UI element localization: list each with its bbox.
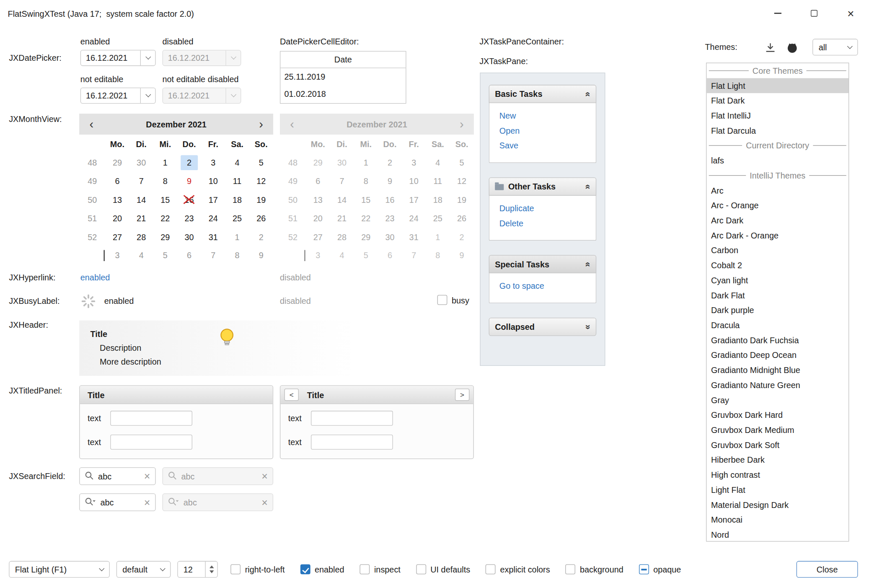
github-icon[interactable]	[786, 41, 799, 54]
day-cell[interactable]: 12	[249, 172, 273, 190]
day-cell[interactable]: 27	[105, 228, 129, 246]
task-link[interactable]: Delete	[489, 216, 596, 231]
theme-list-item[interactable]: Nord	[706, 527, 848, 541]
task-link[interactable]: New	[489, 108, 596, 123]
day-cell[interactable]: 28	[129, 228, 153, 246]
theme-list-item[interactable]: Monocai	[706, 512, 848, 527]
table-row[interactable]: 01.02.2018	[280, 85, 406, 103]
theme-list-item[interactable]: High contrast	[706, 467, 848, 482]
theme-list-item[interactable]: lafs	[706, 153, 848, 168]
theme-list-item[interactable]: Gray	[706, 392, 848, 407]
checkbox-ui-defaults[interactable]: UI defaults	[416, 565, 470, 575]
theme-list-item[interactable]: Cobalt 2	[706, 258, 848, 273]
day-cell[interactable]: 5	[153, 246, 177, 264]
day-cell[interactable]: 9	[177, 172, 201, 190]
day-cell[interactable]: 20	[105, 209, 129, 228]
day-cell[interactable]: 6	[105, 172, 129, 190]
day-cell[interactable]: 15	[153, 190, 177, 209]
day-cell[interactable]: 8	[225, 246, 249, 264]
theme-list-item[interactable]: Arc Dark - Orange	[706, 228, 848, 243]
theme-list-item[interactable]: Light Flat	[706, 482, 848, 497]
hyperlink-enabled[interactable]: enabled	[80, 273, 110, 282]
theme-list-item[interactable]: Hiberbee Dark	[706, 452, 848, 467]
table-header-date[interactable]: Date	[280, 52, 406, 68]
prev-month-icon[interactable]: ‹	[79, 118, 103, 130]
themes-filter-combo[interactable]: all	[812, 39, 858, 56]
chevron-down-icon[interactable]	[140, 50, 155, 65]
download-icon[interactable]	[764, 41, 776, 54]
day-cell[interactable]: 17	[201, 190, 225, 209]
theme-list-item[interactable]: Dark Flat	[706, 288, 848, 303]
day-cell[interactable]: 9	[249, 246, 273, 264]
day-cell[interactable]: 3	[105, 246, 129, 264]
checkbox-explicit-colors[interactable]: explicit colors	[486, 565, 550, 575]
task-link[interactable]: Duplicate	[489, 201, 596, 216]
spinner-down-icon[interactable]	[209, 570, 214, 573]
day-cell[interactable]: 26	[249, 209, 273, 228]
checkbox-opaque[interactable]: opaque	[639, 565, 681, 575]
day-cell[interactable]: 30	[177, 228, 201, 246]
taskpane-header[interactable]: Collapsed«	[489, 318, 597, 336]
day-cell[interactable]: 16	[177, 190, 201, 209]
theme-list-item[interactable]: Gradianto Deep Ocean	[706, 347, 848, 363]
day-cell[interactable]: 4	[225, 153, 249, 172]
day-cell[interactable]: 1	[225, 228, 249, 246]
checkbox-enabled[interactable]: enabled	[300, 565, 344, 575]
day-cell[interactable]: 4	[129, 246, 153, 264]
chevron-down-icon[interactable]	[140, 88, 155, 103]
theme-list-item[interactable]: Gruvbox Dark Medium	[706, 422, 848, 438]
day-cell[interactable]: 19	[249, 190, 273, 209]
day-cell[interactable]: 22	[153, 209, 177, 228]
theme-list-item[interactable]: Material Design Dark	[706, 497, 848, 512]
theme-list-item[interactable]: Dark purple	[706, 303, 848, 318]
theme-list-item[interactable]: Gradianto Dark Fuchsia	[706, 333, 848, 348]
day-cell[interactable]: 29	[105, 153, 129, 172]
day-cell[interactable]: 13	[105, 190, 129, 209]
text-field[interactable]	[110, 411, 192, 426]
theme-list-item[interactable]: Arc - Orange	[706, 198, 848, 213]
day-cell[interactable]: 23	[177, 209, 201, 228]
day-cell[interactable]: 25	[225, 209, 249, 228]
day-cell[interactable]: 30	[129, 153, 153, 172]
day-cell[interactable]: 6	[177, 246, 201, 264]
theme-list-item[interactable]: Gradianto Nature Green	[706, 378, 848, 393]
panel-prev-button[interactable]: <	[284, 389, 299, 401]
checkbox-right-to-left[interactable]: right-to-left	[230, 565, 284, 575]
day-cell[interactable]: 3	[201, 153, 225, 172]
checkbox-inspect[interactable]: inspect	[360, 565, 401, 575]
datepicker-not-editable[interactable]: 16.12.2021	[80, 88, 156, 104]
day-cell[interactable]: 8	[153, 172, 177, 190]
minimize-button[interactable]	[759, 0, 796, 26]
next-month-icon[interactable]: ›	[249, 118, 273, 130]
theme-list-item[interactable]: Flat Darcula	[706, 123, 848, 138]
font-size-spinner[interactable]: 12	[177, 561, 218, 578]
search-field-dropdown-enabled[interactable]: abc ×	[79, 493, 156, 511]
task-link[interactable]: Go to space	[489, 278, 596, 293]
theme-list-item[interactable]: Flat Light	[706, 78, 848, 93]
theme-list-item[interactable]: Carbon	[706, 243, 848, 258]
day-cell[interactable]: 5	[249, 153, 273, 172]
table-row[interactable]: 25.11.2019	[280, 68, 406, 85]
spinner-up-icon[interactable]	[209, 565, 214, 568]
maximize-button[interactable]	[796, 0, 832, 26]
day-cell[interactable]: 21	[129, 209, 153, 228]
checkbox-background[interactable]: background	[566, 565, 623, 575]
font-combo[interactable]: default	[116, 561, 171, 578]
search-field-enabled[interactable]: abc ×	[79, 467, 156, 485]
theme-list-item[interactable]: Cyan light	[706, 273, 848, 288]
datepicker-enabled[interactable]: 16.12.2021	[80, 50, 156, 66]
search-dropdown-icon[interactable]	[85, 497, 96, 508]
theme-list-item[interactable]: Flat Dark	[706, 93, 848, 108]
day-cell[interactable]: 11	[225, 172, 249, 190]
text-field[interactable]	[110, 435, 192, 450]
close-button[interactable]: Close	[797, 561, 858, 578]
day-cell[interactable]: 1	[153, 153, 177, 172]
close-window-button[interactable]: ×	[833, 0, 869, 26]
busy-checkbox[interactable]: busy	[437, 295, 469, 305]
taskpane-header[interactable]: Special Tasks«	[489, 255, 597, 273]
day-cell[interactable]: 31	[201, 228, 225, 246]
text-field[interactable]	[311, 435, 393, 450]
theme-list-item[interactable]: Gradianto Midnight Blue	[706, 363, 848, 378]
day-cell[interactable]: 18	[225, 190, 249, 209]
theme-list-item[interactable]: Arc Dark	[706, 213, 848, 228]
